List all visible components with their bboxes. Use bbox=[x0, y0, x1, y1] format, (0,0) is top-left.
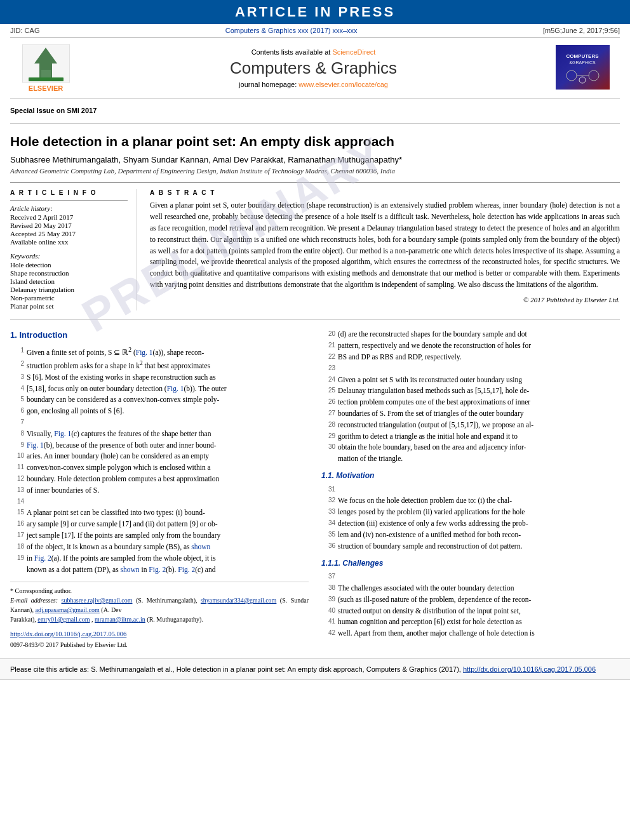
abstract-heading: A B S T R A C T bbox=[150, 189, 620, 196]
paper-title: Hole detection in a planar point set: An… bbox=[10, 133, 620, 150]
affiliation: Advanced Geometric Computing Lab, Depart… bbox=[10, 167, 620, 175]
copyright: © 2017 Published by Elsevier Ltd. bbox=[150, 296, 620, 303]
article-history-label: Article history: bbox=[10, 204, 128, 212]
article-in-press-banner: ARTICLE IN PRESS bbox=[0, 0, 630, 24]
jid-line: JID: CAG Computers & Graphics xxx (2017)… bbox=[0, 24, 630, 37]
keyword-6: Planar point set bbox=[10, 302, 128, 310]
available-online: Available online xxx bbox=[10, 238, 128, 246]
main-content: PRELIMINARY Special Issue on SMI 2017 Ho… bbox=[0, 107, 630, 650]
motivation-text: 31 32We focus on the hole detection prob… bbox=[321, 484, 620, 552]
svg-text:&GRAPHICS: &GRAPHICS bbox=[569, 60, 596, 65]
citation-text: Please cite this article as: S. Methirum… bbox=[10, 665, 461, 673]
email-link-4[interactable]: emry01@gmail.com bbox=[37, 616, 90, 623]
jid-left: JID: CAG bbox=[10, 27, 39, 34]
computers-graphics-logo: COMPUTERS &GRAPHICS bbox=[556, 45, 610, 92]
email-link-3[interactable]: adj.upasama@gmail.com bbox=[35, 606, 99, 613]
abstract-section: A B S T R A C T Given a planar point set… bbox=[150, 189, 620, 310]
article-info-heading: A R T I C L E I N F O bbox=[10, 189, 128, 196]
keywords-label: Keywords: bbox=[10, 252, 128, 260]
received-date: Received 2 April 2017 bbox=[10, 213, 128, 221]
abstract-text: Given a planar point set S, outer bounda… bbox=[150, 200, 620, 291]
elsevier-text: ELSEVIER bbox=[29, 84, 63, 92]
journal-title: Computers & Graphics bbox=[71, 58, 556, 78]
journal-header-center: Contents lists available at ScienceDirec… bbox=[71, 48, 556, 88]
keyword-4: Delaunay triangulation bbox=[10, 286, 128, 293]
section1-heading: 1. Introduction bbox=[10, 329, 309, 342]
challenges-text: 37 38The challenges associated with the … bbox=[321, 571, 620, 639]
elsevier-logo: ELSEVIER bbox=[20, 44, 71, 92]
journal-header: ELSEVIER Contents lists available at Sci… bbox=[10, 37, 620, 99]
keywords-section: Keywords: Hole detection Shape reconstru… bbox=[10, 252, 128, 310]
citation-bar: Please cite this article as: S. Methirum… bbox=[0, 658, 630, 681]
elsevier-logo-image bbox=[22, 44, 70, 83]
email-name-5: (R. Muthuganapathy). bbox=[147, 616, 203, 623]
email-label: E-mail addresses: bbox=[10, 597, 62, 604]
svg-rect-3 bbox=[29, 77, 64, 81]
contents-available-text: Contents lists available at bbox=[251, 48, 331, 56]
email-addresses: E-mail addresses: subhasree.rajiv@gmail.… bbox=[10, 596, 309, 615]
footnote-section: * Corresponding author. E-mail addresses… bbox=[10, 582, 309, 649]
email-name-4: Parakkat), bbox=[10, 616, 37, 623]
email-name-1: (S. Methirumangalath), bbox=[136, 597, 201, 604]
homepage-label: journal homepage: bbox=[239, 81, 297, 88]
body-right-column: 20(d) are the reconstructed shapes for t… bbox=[321, 329, 620, 649]
subsection-1-1-1-heading: 1.1.1. Challenges bbox=[321, 557, 620, 570]
keyword-5: Non-parametric bbox=[10, 294, 128, 302]
journal-link[interactable]: Computers & Graphics xxx (2017) xxx–xxx bbox=[225, 27, 358, 34]
accepted-date: Accepted 25 May 2017 bbox=[10, 230, 128, 237]
svg-text:COMPUTERS: COMPUTERS bbox=[566, 53, 599, 59]
email-name-3: (A. Dev bbox=[101, 606, 121, 613]
subsection-1-1-heading: 1.1. Motivation bbox=[321, 470, 620, 482]
article-info-abstract: A R T I C L E I N F O Article history: R… bbox=[10, 182, 620, 310]
doi-link[interactable]: http://dx.doi.org/10.1016/j.cag.2017.05.… bbox=[10, 630, 126, 637]
right-col-text: 20(d) are the reconstructed shapes for t… bbox=[321, 329, 620, 465]
keyword-1: Hole detection bbox=[10, 261, 128, 269]
email-addresses-2: Parakkat), emry01@gmail.com , mraman@iit… bbox=[10, 615, 309, 624]
doi-section: http://dx.doi.org/10.1016/j.cag.2017.05.… bbox=[10, 629, 309, 639]
sciencedirect-link[interactable]: ScienceDirect bbox=[332, 48, 375, 56]
article-info-section: A R T I C L E I N F O Article history: R… bbox=[10, 189, 137, 310]
jid-right: [m5G;June 2, 2017;9:56] bbox=[543, 27, 620, 34]
left-col-text: 1Given a finite set of points, S ⊆ ℝ2 (F… bbox=[10, 345, 309, 575]
homepage-link[interactable]: www.elsevier.com/locate/cag bbox=[298, 81, 388, 88]
citation-doi-link[interactable]: http://dx.doi.org/10.1016/j.cag.2017.05.… bbox=[463, 665, 596, 673]
email-link-1[interactable]: subhasree.rajiv@gmail.com bbox=[62, 597, 133, 604]
email-link-5[interactable]: mraman@iitm.ac.in bbox=[95, 616, 145, 623]
corresponding-author-note: * Corresponding author. bbox=[10, 586, 309, 596]
email-link-2[interactable]: shyamsundar334@gmail.com bbox=[201, 597, 276, 604]
issn-text: 0097-8493/© 2017 Published by Elsevier L… bbox=[10, 640, 309, 650]
body-content: 1. Introduction 1Given a finite set of p… bbox=[10, 329, 620, 649]
special-issue-label: Special Issue on SMI 2017 bbox=[10, 107, 620, 114]
body-left-column: 1. Introduction 1Given a finite set of p… bbox=[10, 329, 309, 649]
keyword-3: Island detection bbox=[10, 277, 128, 285]
revised-date: Revised 20 May 2017 bbox=[10, 222, 128, 229]
authors: Subhasree Methirumangalath, Shyam Sundar… bbox=[10, 155, 620, 164]
keyword-2: Shape reconstruction bbox=[10, 269, 128, 277]
